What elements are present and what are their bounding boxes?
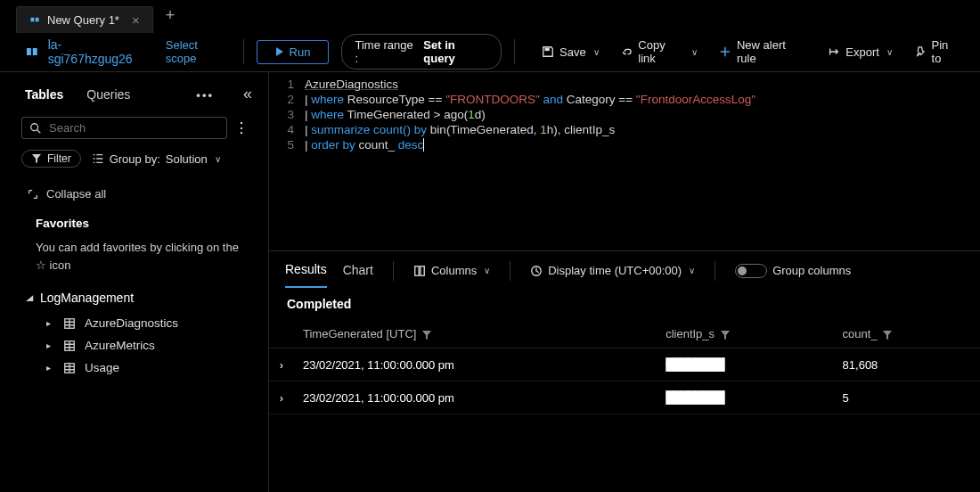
svg-point-1 xyxy=(31,123,38,130)
collapse-all-button[interactable]: Collapse all xyxy=(27,182,247,213)
select-scope-link[interactable]: Select scope xyxy=(166,38,231,65)
tree-item-usage[interactable]: Usage xyxy=(27,357,247,379)
tree-item-azuremetrics[interactable]: AzureMetrics xyxy=(27,334,247,357)
collapse-sidebar-icon[interactable]: « xyxy=(243,85,252,103)
favorites-note: You can add favorites by clicking on the… xyxy=(27,239,247,287)
group-by-dropdown[interactable]: Group by: Solution ∨ xyxy=(92,152,221,166)
tables-sidebar: Tables Queries ••• « ⋮ Filter Group by: … xyxy=(0,72,269,492)
save-button[interactable]: Save∨ xyxy=(538,42,603,62)
close-icon[interactable]: × xyxy=(132,12,140,28)
play-icon xyxy=(275,47,284,56)
expand-icon[interactable]: › xyxy=(280,391,283,405)
query-tab-icon xyxy=(29,14,40,25)
run-label: Run xyxy=(290,45,311,59)
new-tab-button[interactable]: + xyxy=(166,6,176,25)
filter-icon[interactable] xyxy=(720,330,731,340)
columns-icon xyxy=(413,265,426,277)
display-time-button[interactable]: Display time (UTC+00:00)∨ xyxy=(530,264,695,277)
star-icon: ☆ xyxy=(36,258,46,272)
copy-link-button[interactable]: Copy link∨ xyxy=(617,35,702,69)
tab-tables[interactable]: Tables xyxy=(25,87,63,102)
new-alert-button[interactable]: New alert rule xyxy=(715,35,810,69)
tab-chart[interactable]: Chart xyxy=(343,254,373,287)
collapse-icon xyxy=(27,188,39,201)
filter-icon xyxy=(31,153,42,164)
col-timegenerated[interactable]: TimeGenerated [UTC] xyxy=(294,320,657,348)
filter-button[interactable]: Filter xyxy=(21,150,81,168)
pin-icon xyxy=(914,45,927,58)
favorites-heading: Favorites xyxy=(27,213,247,239)
query-tab-bar: New Query 1* × + xyxy=(0,0,980,32)
tree-item-azurediagnostics[interactable]: AzureDiagnostics xyxy=(27,312,247,334)
tab-queries[interactable]: Queries xyxy=(86,87,130,102)
time-range-value: Set in query xyxy=(423,38,488,65)
query-toolbar: la-sgi767hzgug26 Select scope Run Time r… xyxy=(0,32,980,72)
run-button[interactable]: Run xyxy=(257,40,330,64)
toggle-switch[interactable] xyxy=(735,264,767,278)
workspace-name[interactable]: la-sgi767hzgug26 xyxy=(48,37,144,66)
redacted-ip: ████████ xyxy=(666,390,724,404)
pin-button[interactable]: Pin to xyxy=(911,35,964,69)
svg-rect-0 xyxy=(545,48,550,52)
list-icon xyxy=(92,152,104,165)
table-header-row: TimeGenerated [UTC] clientIp_s count_ xyxy=(269,320,980,348)
col-clientip[interactable]: clientIp_s xyxy=(657,320,833,348)
table-icon xyxy=(63,340,76,352)
table-icon xyxy=(63,317,76,330)
results-table: TimeGenerated [UTC] clientIp_s count_ › … xyxy=(269,320,980,414)
redacted-ip: ████████ xyxy=(666,357,724,371)
columns-button[interactable]: Columns∨ xyxy=(413,264,490,277)
separator xyxy=(243,39,244,64)
search-box[interactable] xyxy=(21,117,227,139)
clock-icon xyxy=(530,265,543,277)
table-row[interactable]: › 23/02/2021, 11:00:00.000 pm ████████ 8… xyxy=(269,348,980,381)
link-icon xyxy=(621,45,633,58)
save-icon xyxy=(542,45,554,58)
query-editor[interactable]: 1AzureDiagnostics 2| where ResourceType … xyxy=(269,72,980,250)
time-range-label: Time range : xyxy=(355,38,418,65)
search-icon xyxy=(29,122,42,135)
time-range-pill[interactable]: Time range : Set in query xyxy=(341,34,502,70)
filter-icon[interactable] xyxy=(882,330,893,340)
svg-rect-5 xyxy=(415,266,419,275)
search-options[interactable]: ⋮ xyxy=(234,119,249,136)
separator xyxy=(514,39,515,64)
tree-group-logmanagement[interactable]: LogManagement xyxy=(27,287,247,312)
plus-icon xyxy=(719,45,731,58)
results-toolbar: Results Chart Columns∨ Display time (UTC… xyxy=(269,250,980,290)
query-status: Completed xyxy=(269,290,980,320)
query-tab-title: New Query 1* xyxy=(47,13,119,27)
tab-results[interactable]: Results xyxy=(285,253,327,288)
svg-rect-6 xyxy=(421,266,424,275)
search-input[interactable] xyxy=(49,121,219,135)
more-menu[interactable]: ••• xyxy=(196,88,214,102)
export-button[interactable]: Export∨ xyxy=(824,42,896,62)
col-count[interactable]: count_ xyxy=(834,320,980,348)
workspace-icon xyxy=(25,45,39,59)
query-tab[interactable]: New Query 1* × xyxy=(16,6,153,33)
group-columns-toggle[interactable]: Group columns xyxy=(735,264,851,278)
expand-icon[interactable]: › xyxy=(280,358,283,372)
export-icon xyxy=(828,45,840,58)
table-row[interactable]: › 23/02/2021, 11:00:00.000 pm ████████ 5 xyxy=(269,381,980,414)
table-icon xyxy=(63,362,76,374)
filter-icon[interactable] xyxy=(421,330,432,340)
